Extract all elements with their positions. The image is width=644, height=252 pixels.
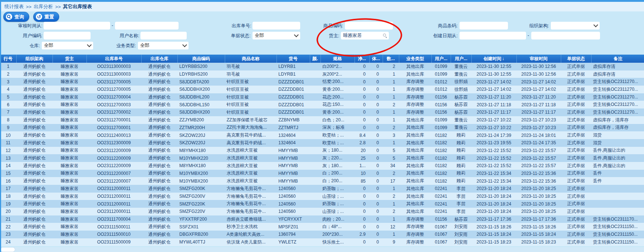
- column-header[interactable]: 用户...: [431, 55, 451, 63]
- column-header[interactable]: 净...: [355, 55, 369, 63]
- cell: OO23112000011: [87, 185, 141, 193]
- table-row[interactable]: 18通州蚂蚁仓睡雅家居OO23112000011通州蚂蚁仓SMZFG200V方格…: [0, 193, 644, 200]
- column-header[interactable]: 出库单号: [87, 55, 141, 63]
- owner-input[interactable]: 睡雅家居: [341, 32, 389, 39]
- table-row[interactable]: 17通州蚂蚁仓睡雅家居OO23112000011通州蚂蚁仓SMZFG200K方格…: [0, 185, 644, 193]
- cell: 正式单据: [561, 223, 591, 231]
- audit-time-to-input[interactable]: [115, 22, 179, 30]
- column-header[interactable]: 用户...: [451, 55, 471, 63]
- search-icon: [6, 14, 12, 20]
- biz-type-select[interactable]: 全部: [138, 42, 189, 49]
- table-row[interactable]: 4通州蚂蚁仓睡雅家居OO23112700005通州蚂蚁仓S6JDDBHX200针…: [0, 86, 644, 93]
- breadcrumb-item[interactable]: 统计报表: [4, 3, 24, 10]
- column-header[interactable]: 数...: [383, 55, 399, 63]
- column-header[interactable]: 组织架构: [16, 55, 52, 63]
- table-row[interactable]: 15通州蚂蚁仓睡雅家居OO23112200007通州蚂蚁仓M10YMBX200水…: [0, 170, 644, 177]
- cell: 虚拟库存，清库存: [591, 124, 644, 132]
- column-header[interactable]: 业务类型: [399, 55, 431, 63]
- table-row[interactable]: 2通州蚂蚁仓睡雅家居OO23113000003通州蚂蚁仓LDYRBHS200羽毛…: [0, 70, 644, 78]
- user-name-input[interactable]: [140, 32, 187, 39]
- cell: 通州蚂蚁仓: [16, 170, 52, 177]
- cell: 通州蚂蚁仓: [141, 86, 177, 93]
- column-header[interactable]: 商品编码: [177, 55, 225, 63]
- horizontal-scrollbar[interactable]: [0, 247, 644, 252]
- table-row[interactable]: 8通州蚂蚁仓睡雅家居OO23112700001通州蚂蚁仓ZZJYMB200ZZ加…: [0, 116, 644, 124]
- table-row[interactable]: 9通州蚂蚁仓睡雅家居OO23112700001通州蚂蚁仓ZZTMR200HZZ托…: [0, 124, 644, 132]
- table-row[interactable]: 12通州蚂蚁仓睡雅家居OO23112200009通州蚂蚁仓M8YMHX180水洗…: [0, 147, 644, 155]
- table-row[interactable]: 14通州蚂蚁仓睡雅家居OO23112200009通州蚂蚁仓M8YMHX180水洗…: [0, 162, 644, 170]
- product-code-input[interactable]: [345, 22, 393, 30]
- cell: 21: [0, 215, 16, 223]
- column-header[interactable]: 商品名称: [225, 55, 277, 63]
- column-header[interactable]: 体...: [369, 55, 383, 63]
- column-header[interactable]: 货主: [52, 55, 87, 63]
- cell: 通州蚂蚁仓: [16, 154, 52, 162]
- cell: 01156: [431, 101, 451, 108]
- table-row[interactable]: 3通州蚂蚁仓睡雅家居OO23112700005通州蚂蚁仓S8JDDBTA200针…: [0, 78, 644, 86]
- table-row[interactable]: 20通州蚂蚁仓睡雅家居OO23112000011通州蚂蚁仓SMZFG220V方格…: [0, 208, 644, 215]
- cell: 1240560: [277, 185, 310, 193]
- column-header[interactable]: 出库仓库: [141, 55, 177, 63]
- user-code-input[interactable]: [44, 32, 91, 39]
- cell: SKZOW220J: [177, 139, 225, 147]
- scrollbar-thumb[interactable]: [1, 248, 15, 252]
- table-row[interactable]: 16通州蚂蚁仓睡雅家居OO23112200007通州蚂蚁仓M10YMBX200水…: [0, 177, 644, 185]
- cell: [310, 185, 321, 193]
- cell: 2023-11-22 15:57: [516, 154, 561, 162]
- toolbar: 查询 ↺ 重置: [3, 12, 59, 22]
- cell: 虚拟库存清: [591, 63, 644, 70]
- cell: 花恋:200...: [321, 93, 355, 101]
- cell: 通州蚂蚁仓: [141, 177, 177, 185]
- cell: 2: [383, 63, 399, 70]
- owner-lookup-icon[interactable]: [383, 33, 387, 38]
- cell: 通州蚂蚁仓: [16, 208, 52, 215]
- cell: 2023-11-20 18:25: [516, 200, 561, 208]
- table-row[interactable]: 6通州蚂蚁仓睡雅家居OO23112700003通州蚂蚁仓S6JDDBHL150针…: [0, 101, 644, 108]
- table-row[interactable]: 11通州蚂蚁仓睡雅家居OO23112300009通州蚂蚁仓SKZOW220J高克…: [0, 139, 644, 147]
- create-date-from-input[interactable]: [460, 32, 526, 39]
- column-header[interactable]: 货号: [277, 55, 310, 63]
- cell: 0: [355, 116, 369, 124]
- cell: YFXXTRF200: [177, 215, 225, 223]
- table-row[interactable]: 10通州蚂蚁仓睡雅家居OO23112400013通州蚂蚁仓SKZOW220J高克…: [0, 131, 644, 139]
- cell: 正式单据: [561, 185, 591, 193]
- table-row[interactable]: 13通州蚂蚁仓睡雅家居OO23112200009通州蚂蚁仓M10YMHX220水…: [0, 154, 644, 162]
- cell: 山茶绿；...: [321, 193, 355, 200]
- column-header[interactable]: 颜.: [310, 55, 321, 63]
- column-header[interactable]: 单据状态: [561, 55, 591, 63]
- column-header[interactable]: 规格: [321, 55, 355, 63]
- cell: 通州蚂蚁仓: [16, 116, 52, 124]
- doc-status-select[interactable]: 全部: [252, 32, 300, 39]
- cell: 丢件,商服让出的: [591, 147, 644, 155]
- table-row[interactable]: 22通州蚂蚁仓睡雅家居OO23111500011通州蚂蚁仓SSFZX01秒净卫士…: [0, 223, 644, 231]
- query-button[interactable]: 查询: [3, 12, 29, 22]
- product-barcode-input[interactable]: [460, 22, 508, 30]
- cell: OO23112300009: [87, 139, 141, 147]
- cell: 董衡云: [451, 124, 471, 132]
- audit-time-from-input[interactable]: [44, 22, 110, 30]
- create-date-to-input[interactable]: [531, 32, 600, 39]
- column-header[interactable]: 审核时间: [516, 55, 561, 63]
- column-header[interactable]: 行号: [0, 55, 16, 63]
- warehouse-select[interactable]: 全部: [42, 42, 93, 49]
- table-row[interactable]: 19通州蚂蚁仓睡雅家居OO23112000011通州蚂蚁仓SMZFG220K方格…: [0, 200, 644, 208]
- table-row[interactable]: 23通州蚂蚁仓睡雅家居OO23111500010通州蚂蚁仓DBGXFRB200A…: [0, 231, 644, 238]
- table-row[interactable]: 24通州蚂蚁仓睡雅家居OO23111500009通州蚂蚁仓MYWL40TTJ依沃…: [0, 238, 644, 246]
- column-header[interactable]: 备注: [591, 55, 644, 63]
- table-row[interactable]: 21通州蚂蚁仓睡雅家居OO23111700004通州蚂蚁仓YFXXTRF200赤…: [0, 215, 644, 223]
- reset-button[interactable]: ↺ 重置: [33, 12, 59, 22]
- table-row[interactable]: 1通州蚂蚁仓睡雅家居OO23113000003通州蚂蚁仓LDYRBBS200羽毛…: [0, 63, 644, 70]
- breadcrumb-item[interactable]: 出库分析: [34, 3, 53, 10]
- table-row[interactable]: 7通州蚂蚁仓睡雅家居OO23112700002通州蚂蚁仓S8JDDBHX200针…: [0, 108, 644, 116]
- cell: 其他出库: [399, 185, 431, 193]
- cell: 通州蚂蚁仓: [141, 208, 177, 215]
- cell: S6JDDBHL150: [177, 101, 225, 108]
- cell: 0: [355, 124, 369, 132]
- column-header[interactable]: 创建时间↓: [471, 55, 516, 63]
- cell: [310, 108, 321, 116]
- org-select[interactable]: [551, 22, 600, 30]
- outbound-no-input[interactable]: [252, 22, 300, 30]
- table-row[interactable]: 5通州蚂蚁仓睡雅家居OO23112700004通州蚂蚁仓S8JDDBHL200针…: [0, 93, 644, 101]
- cell: 0: [369, 215, 383, 223]
- cell: 花恋:150...: [321, 101, 355, 108]
